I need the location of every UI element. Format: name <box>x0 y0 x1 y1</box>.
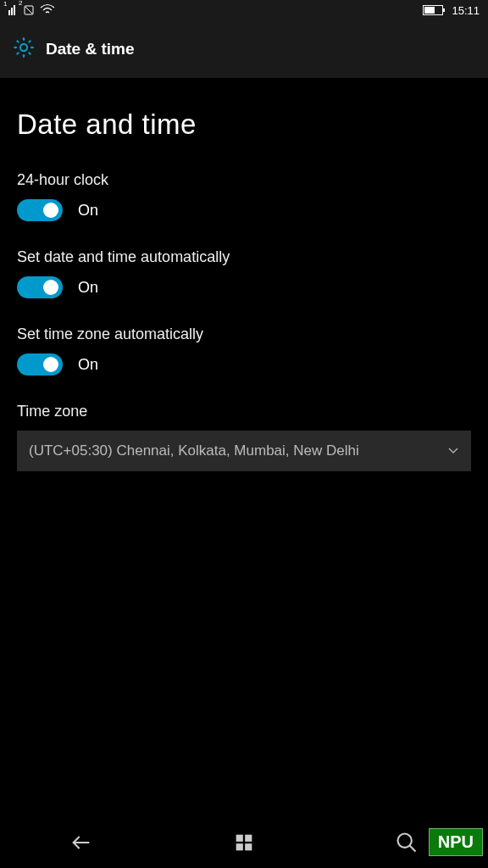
setting-auto-timezone: Set time zone automatically On <box>17 326 471 376</box>
status-left: 1 2 <box>8 3 55 18</box>
dropdown-value: (UTC+05:30) Chennai, Kolkata, Mumbai, Ne… <box>29 442 441 459</box>
toggle-auto-datetime[interactable] <box>17 276 63 298</box>
toggle-state: On <box>78 356 98 374</box>
svg-point-2 <box>20 44 27 51</box>
status-right: 15:11 <box>423 4 480 17</box>
page-header: Date & time <box>0 20 488 78</box>
timezone-dropdown[interactable]: (UTC+05:30) Chennai, Kolkata, Mumbai, Ne… <box>17 431 471 471</box>
toggle-state: On <box>78 279 98 297</box>
home-button[interactable] <box>202 821 286 864</box>
page-title: Date and time <box>17 108 471 141</box>
setting-auto-datetime: Set date and time automatically On <box>17 248 471 298</box>
chevron-down-icon <box>447 444 459 458</box>
toggle-auto-timezone[interactable] <box>17 353 63 376</box>
setting-24hour-clock: 24-hour clock On <box>17 171 471 221</box>
setting-label: Set time zone automatically <box>17 326 471 343</box>
svg-rect-4 <box>245 835 252 842</box>
svg-rect-5 <box>236 843 243 850</box>
setting-label: Time zone <box>17 403 471 420</box>
navigation-bar <box>0 817 488 868</box>
status-bar: 1 2 15:11 <box>0 0 488 20</box>
gear-icon <box>12 36 36 63</box>
setting-timezone: Time zone (UTC+05:30) Chennai, Kolkata, … <box>17 403 471 471</box>
back-button[interactable] <box>39 821 124 864</box>
svg-rect-6 <box>245 843 252 850</box>
setting-label: 24-hour clock <box>17 171 471 189</box>
svg-rect-3 <box>236 835 243 842</box>
wifi-icon <box>40 3 55 18</box>
signal-sim1-icon: 1 <box>8 5 18 15</box>
header-title: Date & time <box>46 40 135 58</box>
svg-line-8 <box>410 846 416 852</box>
svg-line-1 <box>25 7 32 14</box>
watermark: NPU <box>429 828 483 856</box>
toggle-24hour-clock[interactable] <box>17 199 63 221</box>
content-area: Date and time 24-hour clock On Set date … <box>0 78 488 515</box>
clock-time: 15:11 <box>452 4 480 17</box>
setting-label: Set date and time automatically <box>17 248 471 266</box>
no-sim-icon: 2 <box>23 4 35 16</box>
battery-icon <box>423 5 443 15</box>
toggle-state: On <box>78 202 98 220</box>
svg-point-7 <box>398 834 412 848</box>
